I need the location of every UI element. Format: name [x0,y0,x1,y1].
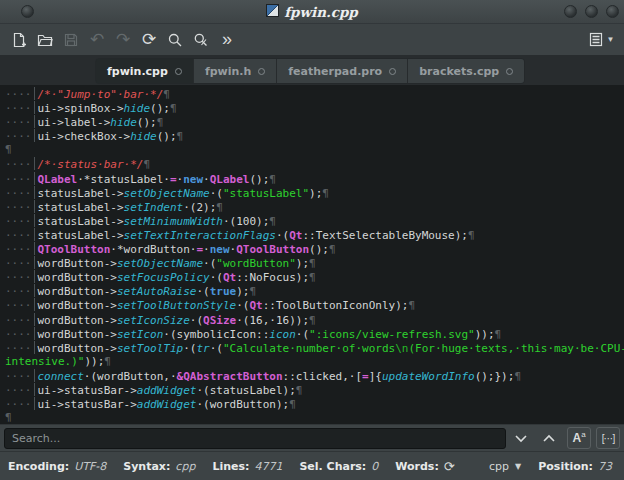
syntax-selector-value: cpp [489,460,509,473]
code-line[interactable]: ····connect·(wordButton,·&QAbstractButto… [5,369,624,383]
indent-guide [34,101,35,114]
encoding-value: UTF-8 [74,460,106,473]
find-previous-button[interactable] [536,427,562,449]
window-menu-button[interactable] [21,5,34,18]
syntax-value: cpp [175,460,195,473]
new-file-button[interactable] [6,28,32,52]
tab-fpwin.h[interactable]: fpwin.h [194,59,277,83]
lines-label: Lines: [212,460,249,473]
code-line[interactable]: ····wordButton->setObjectName·("wordButt… [5,256,624,270]
indent-guide [34,369,35,382]
minimize-button[interactable] [564,5,577,18]
tab-brackets.cpp[interactable]: brackets.cpp [408,59,524,83]
open-folder-icon [37,32,53,48]
indent-guide [34,383,35,396]
indent-guide [34,186,35,199]
chevron-down-icon: ▼ [515,462,521,471]
close-button[interactable] [606,5,619,18]
code-line[interactable]: ····statusLabel->setMinimumWidth·(100);¶ [5,214,624,228]
chevron-down-icon: ▼ [607,35,615,44]
featherpad-logo-icon [266,2,279,21]
tab-label: brackets.cpp [419,65,499,78]
tab-bar-group: fpwin.cppfpwin.hfeatherpad.probrackets.c… [95,58,525,84]
indent-guide [34,172,35,185]
indent-guide [34,256,35,269]
indent-guide [34,284,35,297]
whole-word-icon: [⋯] [602,433,615,444]
code-line[interactable]: ····statusLabel->setTextInteractionFlags… [5,228,624,242]
whole-word-toggle[interactable]: [⋯] [596,427,620,449]
search-input[interactable] [4,428,506,449]
indent-guide [34,298,35,311]
tab-fpwin.cpp[interactable]: fpwin.cpp [96,59,194,83]
code-line[interactable]: ····ui->statusBar->addWidget·(statusLabe… [5,383,624,397]
find-next-button[interactable] [508,427,534,449]
code-line[interactable]: ····ui->checkBox->hide();¶ [5,129,624,143]
code-line[interactable]: ····wordButton->setAutoRaise·(true);¶ [5,284,624,298]
find-button[interactable] [162,28,188,52]
indent-guide [34,157,35,170]
code-line[interactable]: ····wordButton->setIconSize·(QSize·(16,·… [5,313,624,327]
match-case-toggle[interactable]: Aa [567,427,591,449]
code-line[interactable]: ····/*·status·bar·*/¶ [5,157,624,171]
code-line[interactable]: ¶ [5,143,624,157]
indent-guide [34,270,35,283]
maximize-button[interactable] [585,5,598,18]
close-tab-icon[interactable] [506,68,513,75]
code-line[interactable]: ¶ [5,411,624,424]
code-line[interactable]: ····QToolButton·*wordButton·=·new·QToolB… [5,242,624,256]
window-title: fpwin.cpp [284,4,358,20]
position-value: 73 [598,460,612,473]
close-tab-icon[interactable] [258,68,265,75]
code-line[interactable]: ····wordButton->setIcon·(symbolicIcon::i… [5,327,624,341]
code-line[interactable]: ····/*·"Jump·to"·bar·*/¶ [5,87,624,101]
words-label: Words: [395,460,439,473]
indent-guide [34,228,35,241]
code-line[interactable]: ····wordButton->setFocusPolicy·(Qt::NoFo… [5,270,624,284]
open-file-button[interactable] [32,28,58,52]
featherpad-window: fpwin.cpp ↶ ↷ [0,0,624,480]
save-button[interactable] [58,28,84,52]
syntax-selector[interactable]: cpp ▼ [489,460,521,473]
more-toolbuttons-button[interactable]: » [214,28,240,52]
hide-search-button[interactable] [188,28,214,52]
tab-bar: fpwin.cppfpwin.hfeatherpad.probrackets.c… [0,55,624,85]
undo-button[interactable]: ↶ [84,28,110,52]
tab-label: featherpad.pro [288,65,382,78]
code-line[interactable]: ····ui->label->hide();¶ [5,115,624,129]
code-line[interactable]: ····statusLabel->setObjectName·("statusL… [5,186,624,200]
toolbar: ↶ ↷ ⟳ » ▼ [0,24,624,55]
match-case-icon: Aa [573,430,586,445]
code-area[interactable]: ····/*·"Jump·to"·bar·*/¶····ui->spinBox-… [0,85,624,424]
indent-guide [34,397,35,410]
search-bar: Aa [⋯] [0,424,624,451]
find-previous-icon [542,431,556,446]
close-tab-icon[interactable] [175,68,182,75]
indent-guide [34,87,35,100]
menu-button[interactable]: ▼ [588,28,614,52]
indent-guide [34,129,35,142]
status-bar: Encoding:UTF-8 Syntax:cpp Lines:4771 Sel… [0,451,624,480]
selected-chars-value: 0 [371,460,378,473]
code-line[interactable]: ····statusLabel->setIndent·(2);¶ [5,200,624,214]
code-line[interactable]: ····QLabel·*statusLabel·=·new·QLabel();¶ [5,172,624,186]
redo-button[interactable]: ↷ [110,28,136,52]
code-line[interactable]: ····ui->statusBar->addWidget·(wordButton… [5,397,624,411]
refresh-icon: ⟳ [444,459,455,474]
search-icon [167,32,183,48]
code-line[interactable]: intensive.)"));¶ [5,355,624,369]
code-line[interactable]: ····wordButton->setToolButtonStyle·(Qt::… [5,298,624,312]
code-line[interactable]: ····ui->spinBox->hide();¶ [5,101,624,115]
code-line[interactable]: ····wordButton->setToolTip·(tr·("Calcula… [5,341,624,355]
word-count-refresh-button[interactable]: ⟳ [444,460,455,473]
redo-icon: ↷ [116,29,130,50]
syntax-label: Syntax: [123,460,170,473]
lines-value: 4771 [254,460,282,473]
double-chevron-icon: » [222,29,232,50]
reload-button[interactable]: ⟳ [136,28,162,52]
encoding-label: Encoding: [8,460,69,473]
tab-featherpad.pro[interactable]: featherpad.pro [277,59,408,83]
close-tab-icon[interactable] [389,68,396,75]
position-label: Position: [538,460,593,473]
indent-guide [34,115,35,128]
